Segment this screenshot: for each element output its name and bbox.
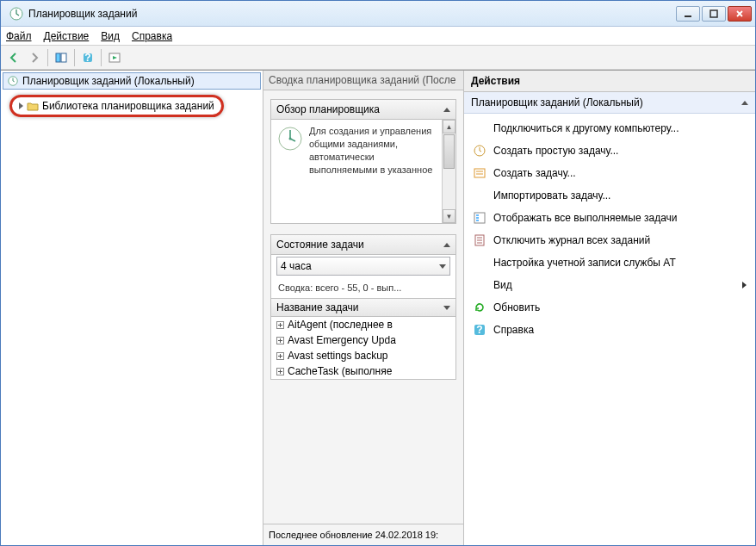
toolbar: ?	[1, 46, 755, 70]
show-hide-tree-button[interactable]	[52, 48, 71, 67]
actions-section-label: Планировщик заданий (Локальный)	[471, 96, 643, 109]
task-list-header[interactable]: Название задачи	[271, 299, 455, 317]
tree-root-node[interactable]: Планировщик заданий (Локальный)	[3, 72, 261, 90]
run-button[interactable]	[105, 48, 124, 67]
action-create-task[interactable]: Создать задачу...	[464, 162, 755, 184]
summary-footer: Последнее обновление 24.02.2018 19:	[263, 524, 463, 545]
action-view-submenu[interactable]: Вид	[464, 274, 755, 296]
close-button[interactable]	[728, 6, 752, 22]
overview-group-header[interactable]: Обзор планировщика	[271, 100, 455, 120]
toolbar-divider	[74, 49, 75, 66]
collapse-icon	[741, 101, 748, 105]
clock-icon	[276, 125, 304, 152]
back-button[interactable]	[4, 48, 23, 67]
action-import-task[interactable]: Импортировать задачу...	[464, 184, 755, 207]
overview-title: Обзор планировщика	[276, 103, 380, 115]
expand-icon[interactable]	[276, 352, 284, 360]
action-at-account[interactable]: Настройка учетной записи службы AT	[464, 251, 755, 274]
menu-file[interactable]: Файл	[6, 30, 32, 42]
main-area: Планировщик заданий (Локальный) Библиоте…	[1, 70, 755, 545]
scroll-down-button[interactable]: ▼	[443, 209, 455, 223]
toolbar-divider	[101, 49, 102, 66]
task-status-group: Состояние задачи 4 часа Сводка: всего - …	[270, 234, 456, 380]
refresh-icon	[473, 301, 486, 314]
actions-panel: Действия Планировщик заданий (Локальный)…	[464, 71, 755, 545]
tasklist-header-label: Название задачи	[276, 301, 359, 313]
svg-point-10	[289, 138, 292, 140]
action-disable-log[interactable]: Отключить журнал всех заданий	[464, 229, 755, 251]
svg-rect-13	[474, 213, 485, 223]
menu-view[interactable]: Вид	[101, 30, 120, 42]
svg-rect-2	[710, 10, 717, 17]
import-icon	[473, 189, 486, 202]
task-scheduler-window: Планировщик заданий Файл Действие Вид Сп…	[0, 0, 756, 546]
svg-rect-3	[56, 53, 60, 62]
task-item[interactable]: CacheTask (выполняе	[271, 363, 455, 379]
summary-header: Сводка планировщика заданий (После	[263, 71, 463, 90]
expand-icon[interactable]	[276, 368, 284, 375]
svg-rect-15	[476, 217, 479, 219]
tree-root-label: Планировщик заданий (Локальный)	[22, 75, 195, 87]
maximize-button[interactable]	[702, 6, 726, 22]
svg-text:?: ?	[84, 52, 90, 64]
actions-section-header[interactable]: Планировщик заданий (Локальный)	[464, 92, 755, 114]
blank-icon	[473, 256, 486, 270]
task-status-header[interactable]: Состояние задачи	[271, 235, 455, 255]
menu-action[interactable]: Действие	[44, 30, 90, 42]
tree-library-label: Библиотека планировщика заданий	[42, 100, 214, 112]
svg-rect-12	[474, 169, 485, 177]
svg-rect-1	[685, 16, 691, 17]
forward-button[interactable]	[25, 48, 44, 67]
actions-list: Подключиться к другому компьютеру... Соз…	[464, 114, 755, 344]
tree-library-node[interactable]: Библиотека планировщика заданий	[19, 100, 214, 112]
summary-panel: Сводка планировщика заданий (После Обзор…	[263, 71, 464, 545]
task-item[interactable]: Avast settings backup	[271, 348, 455, 363]
expand-icon[interactable]	[276, 321, 284, 329]
overview-text: Для создания и управления общими задания…	[309, 125, 437, 218]
stats-line: Сводка: всего - 55, 0 - вып...	[271, 277, 455, 298]
overview-scrollbar[interactable]: ▲ ▼	[442, 120, 455, 223]
period-dropdown[interactable]: 4 часа	[276, 257, 450, 276]
toolbar-divider	[47, 49, 48, 66]
action-refresh[interactable]: Обновить	[464, 296, 755, 319]
menubar: Файл Действие Вид Справка	[1, 27, 755, 46]
folder-icon	[27, 100, 39, 112]
simple-task-icon	[473, 144, 486, 158]
help-icon: ?	[473, 323, 486, 337]
task-icon	[473, 166, 486, 180]
window-title: Планировщик заданий	[28, 8, 674, 20]
action-show-running[interactable]: Отображать все выполняемые задачи	[464, 207, 755, 229]
overview-group: Обзор планировщика Для создания и управл…	[270, 99, 456, 224]
action-help[interactable]: ? Справка	[464, 319, 755, 341]
svg-text:?: ?	[476, 324, 482, 336]
blank-icon	[473, 278, 486, 292]
chevron-down-icon	[443, 306, 450, 310]
scroll-thumb[interactable]	[443, 134, 455, 169]
svg-rect-4	[61, 53, 66, 62]
task-item[interactable]: Avast Emergency Upda	[271, 332, 455, 348]
scroll-up-button[interactable]: ▲	[443, 120, 455, 133]
action-connect[interactable]: Подключиться к другому компьютеру...	[464, 117, 755, 140]
menu-help[interactable]: Справка	[132, 30, 172, 42]
log-off-icon	[473, 233, 486, 247]
chevron-down-icon	[439, 264, 446, 269]
collapse-icon	[443, 243, 450, 247]
svg-rect-14	[476, 214, 479, 216]
connect-icon	[473, 121, 486, 135]
expand-icon[interactable]	[19, 102, 23, 109]
submenu-arrow-icon	[742, 282, 747, 289]
task-item[interactable]: AitAgent (последнее в	[271, 317, 455, 332]
action-create-simple-task[interactable]: Создать простую задачу...	[464, 140, 755, 162]
period-value: 4 часа	[281, 260, 312, 272]
collapse-icon	[443, 108, 450, 112]
task-status-title: Состояние задачи	[276, 239, 364, 251]
svg-rect-16	[476, 220, 479, 221]
expand-icon[interactable]	[276, 337, 284, 344]
running-tasks-icon	[473, 211, 486, 225]
minimize-button[interactable]	[676, 6, 700, 22]
app-clock-icon	[9, 7, 23, 21]
task-list: Название задачи AitAgent (последнее в Av…	[271, 298, 455, 379]
help-button[interactable]: ?	[78, 48, 97, 67]
tree-panel: Планировщик заданий (Локальный) Библиоте…	[1, 71, 263, 545]
actions-title: Действия	[464, 71, 755, 92]
